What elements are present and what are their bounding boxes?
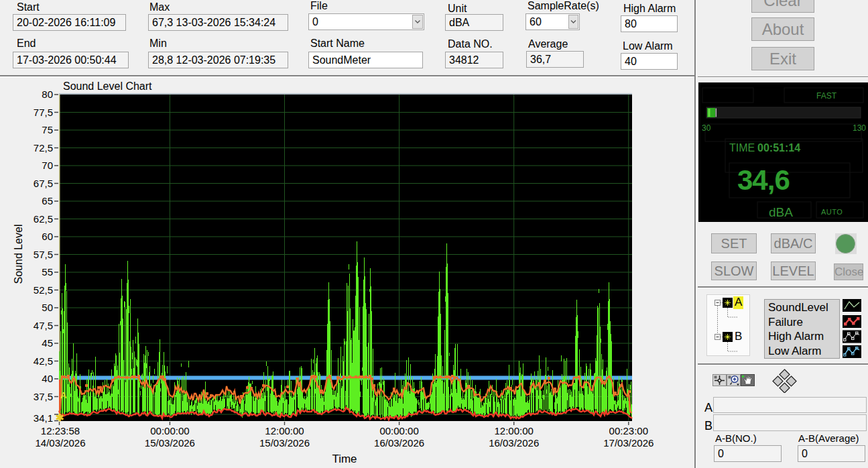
svg-text:45: 45 [42, 337, 53, 349]
svg-text:16/03/2026: 16/03/2026 [489, 437, 539, 449]
svg-text:00:00:00: 00:00:00 [379, 425, 418, 436]
svg-text:34,1: 34,1 [34, 412, 53, 424]
svg-text:12:00:00: 12:00:00 [265, 425, 304, 436]
svg-text:37,5: 37,5 [34, 391, 53, 402]
svg-text:B: B [735, 330, 742, 343]
svg-text:✱: ✱ [56, 412, 64, 423]
svg-text:80: 80 [42, 89, 53, 100]
svg-text:40: 40 [42, 373, 53, 384]
svg-text:16/03/2026: 16/03/2026 [374, 437, 424, 449]
svg-text:70: 70 [42, 160, 53, 171]
svg-text:A: A [735, 296, 743, 308]
svg-text:15/03/2026: 15/03/2026 [259, 437, 310, 449]
svg-text:12:23:58: 12:23:58 [41, 425, 80, 436]
svg-text:17/03/2026: 17/03/2026 [603, 437, 654, 449]
svg-text:15/03/2026: 15/03/2026 [145, 437, 195, 449]
svg-text:55: 55 [42, 266, 53, 278]
svg-text:57,5: 57,5 [34, 249, 53, 260]
svg-text:42,5: 42,5 [34, 355, 53, 367]
svg-text:12:00:00: 12:00:00 [495, 425, 534, 436]
svg-text:Sound Level: Sound Level [13, 225, 24, 284]
svg-text:14/03/2026: 14/03/2026 [35, 437, 85, 449]
svg-text:00:00:00: 00:00:00 [150, 425, 189, 436]
svg-text:52,5: 52,5 [34, 284, 53, 296]
svg-text:77,5: 77,5 [34, 107, 53, 118]
svg-text:A: A [60, 390, 67, 400]
svg-text:67,5: 67,5 [34, 178, 53, 189]
svg-text:Sound Level Chart: Sound Level Chart [63, 80, 152, 92]
svg-text:60: 60 [42, 231, 53, 242]
svg-text:62,5: 62,5 [34, 213, 53, 225]
svg-text:00:23:00: 00:23:00 [609, 425, 648, 436]
svg-text:50: 50 [42, 302, 53, 313]
svg-text:Time: Time [332, 453, 357, 465]
svg-text:65: 65 [42, 195, 53, 207]
svg-text:75: 75 [42, 124, 53, 135]
svg-text:72,5: 72,5 [34, 142, 53, 154]
svg-text:47,5: 47,5 [34, 320, 53, 331]
